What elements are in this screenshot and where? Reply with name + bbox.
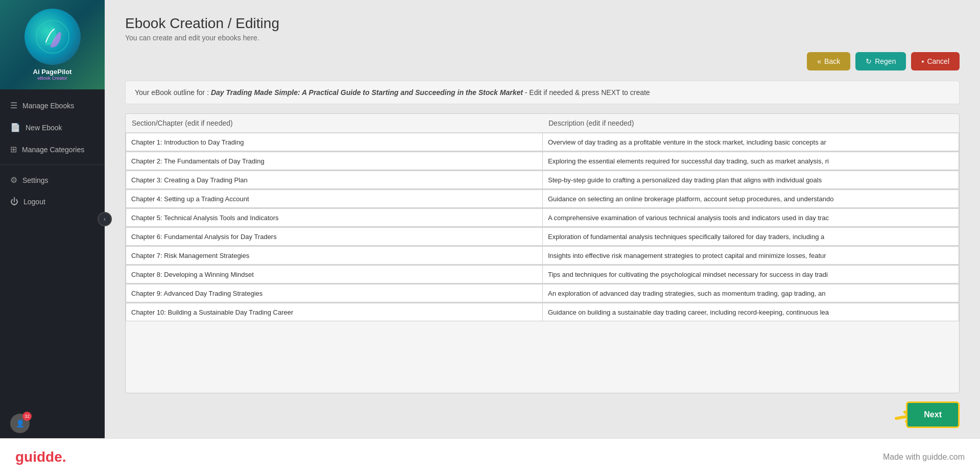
description-cell[interactable]: Tips and techniques for cultivating the … <box>542 265 959 283</box>
chapter-cell[interactable]: Chapter 9: Advanced Day Trading Strategi… <box>126 284 542 302</box>
chapter-cell[interactable]: Chapter 7: Risk Management Strategies <box>126 246 542 265</box>
regen-icon: ↻ <box>866 57 872 65</box>
footer-logo-text: guidde. <box>15 449 66 465</box>
col2-header: Description (edit if needed) <box>542 119 959 127</box>
logo-circle <box>25 9 81 65</box>
chapters-table: Section/Chapter (edit if needed) Descrip… <box>125 113 960 393</box>
collapse-icon: ‹ <box>104 216 106 223</box>
sidebar-item-manage-ebooks[interactable]: ☰ Manage Ebooks <box>0 94 105 116</box>
description-cell[interactable]: Guidance on selecting an online brokerag… <box>542 189 959 208</box>
chapter-cell[interactable]: Chapter 6: Fundamental Analysis for Day … <box>126 227 542 246</box>
sidebar-divider <box>0 164 105 165</box>
footer-logo: guidde. <box>15 449 66 465</box>
main-content: Ebook Creation / Editing You can create … <box>105 0 980 438</box>
sidebar-item-settings[interactable]: ⚙ Settings <box>0 169 105 191</box>
regen-label: Regen <box>875 57 896 65</box>
manage-ebooks-icon: ☰ <box>10 101 17 110</box>
cancel-icon: ▪ <box>921 57 924 65</box>
footer-credit: Made with guidde.com <box>883 453 965 462</box>
chapter-cell[interactable]: Chapter 1: Introduction to Day Trading <box>126 133 542 151</box>
description-cell[interactable]: Guidance on building a sustainable day t… <box>542 303 959 321</box>
outline-suffix: - Edit if needed & press NEXT to create <box>523 88 650 97</box>
page-header: Ebook Creation / Editing You can create … <box>125 15 960 42</box>
logo-main-text: Ai PagePilot <box>33 68 72 76</box>
sidebar-item-label: Manage Ebooks <box>22 102 74 110</box>
footer: guidde. Made with guidde.com <box>0 438 980 475</box>
logo-text: Ai PagePilot eBook Creator <box>33 68 72 81</box>
sidebar-item-label: New Ebook <box>26 124 62 132</box>
chapter-cell[interactable]: Chapter 4: Setting up a Trading Account <box>126 189 542 208</box>
outline-prefix: Your eBook outline for : <box>135 88 211 97</box>
sidebar-logo: Ai PagePilot eBook Creator <box>0 0 105 89</box>
settings-icon: ⚙ <box>10 175 17 185</box>
sidebar-collapse-button[interactable]: ‹ <box>98 212 112 226</box>
outline-box: Your eBook outline for : Day Trading Mad… <box>125 81 960 104</box>
page-title: Ebook Creation / Editing <box>125 15 960 32</box>
sidebar-item-manage-categories[interactable]: ⊞ Manage Categories <box>0 138 105 160</box>
table-row: Chapter 5: Technical Analysis Tools and … <box>126 208 959 227</box>
back-button[interactable]: « Back <box>807 52 850 70</box>
avatar-badge: 32 <box>22 412 32 421</box>
outline-title: Day Trading Made Simple: A Practical Gui… <box>211 88 523 97</box>
sidebar-item-label: Manage Categories <box>22 146 84 154</box>
table-row: Chapter 10: Building a Sustainable Day T… <box>126 302 959 321</box>
regen-button[interactable]: ↻ Regen <box>855 52 906 70</box>
table-row: Chapter 2: The Fundamentals of Day Tradi… <box>126 151 959 170</box>
table-row: Chapter 3: Creating a Day Trading PlanSt… <box>126 170 959 189</box>
chapter-cell[interactable]: Chapter 5: Technical Analysis Tools and … <box>126 208 542 227</box>
avatar-area: 👤 32 <box>0 409 105 438</box>
sidebar-item-label: Settings <box>22 176 49 184</box>
chapter-cell[interactable]: Chapter 8: Developing a Winning Mindset <box>126 265 542 283</box>
manage-categories-icon: ⊞ <box>10 145 17 154</box>
table-row: Chapter 7: Risk Management StrategiesIns… <box>126 246 959 265</box>
new-ebook-icon: 📄 <box>10 123 20 132</box>
page-subtitle: You can create and edit your ebooks here… <box>125 34 960 42</box>
next-area: ➜ Next <box>125 401 960 428</box>
description-cell[interactable]: Overview of day trading as a profitable … <box>542 133 959 151</box>
logo-sub-text: eBook Creator <box>33 76 72 81</box>
table-row: Chapter 6: Fundamental Analysis for Day … <box>126 227 959 246</box>
cancel-button[interactable]: ▪ Cancel <box>911 52 960 70</box>
sidebar: Ai PagePilot eBook Creator ☰ Manage Eboo… <box>0 0 105 438</box>
description-cell[interactable]: Step-by-step guide to crafting a persona… <box>542 171 959 189</box>
description-cell[interactable]: A comprehensive examination of various t… <box>542 208 959 227</box>
next-button[interactable]: Next <box>906 401 960 428</box>
chapter-cell[interactable]: Chapter 10: Building a Sustainable Day T… <box>126 303 542 321</box>
description-cell[interactable]: Exploration of fundamental analysis tech… <box>542 227 959 246</box>
table-row: Chapter 9: Advanced Day Trading Strategi… <box>126 283 959 302</box>
description-cell[interactable]: An exploration of advanced day trading s… <box>542 284 959 302</box>
sidebar-item-label: Logout <box>23 198 45 206</box>
table-row: Chapter 8: Developing a Winning MindsetT… <box>126 265 959 283</box>
toolbar: « Back ↻ Regen ▪ Cancel <box>125 52 960 70</box>
logout-icon: ⏻ <box>10 197 18 206</box>
chapter-cell[interactable]: Chapter 3: Creating a Day Trading Plan <box>126 171 542 189</box>
cancel-label: Cancel <box>927 57 949 65</box>
chapter-cell[interactable]: Chapter 2: The Fundamentals of Day Tradi… <box>126 152 542 170</box>
sidebar-item-logout[interactable]: ⏻ Logout <box>0 191 105 212</box>
sidebar-nav: ☰ Manage Ebooks 📄 New Ebook ⊞ Manage Cat… <box>0 89 105 409</box>
table-row: Chapter 1: Introduction to Day TradingOv… <box>126 132 959 151</box>
back-label: Back <box>824 57 840 65</box>
table-row: Chapter 4: Setting up a Trading AccountG… <box>126 189 959 208</box>
sidebar-item-new-ebook[interactable]: 📄 New Ebook <box>0 116 105 138</box>
back-icon: « <box>817 57 821 65</box>
table-rows: Chapter 1: Introduction to Day TradingOv… <box>126 132 959 393</box>
description-cell[interactable]: Insights into effective risk management … <box>542 246 959 265</box>
col1-header: Section/Chapter (edit if needed) <box>126 119 542 127</box>
table-headers: Section/Chapter (edit if needed) Descrip… <box>126 114 959 132</box>
description-cell[interactable]: Exploring the essential elements require… <box>542 152 959 170</box>
avatar: 👤 32 <box>10 414 30 433</box>
